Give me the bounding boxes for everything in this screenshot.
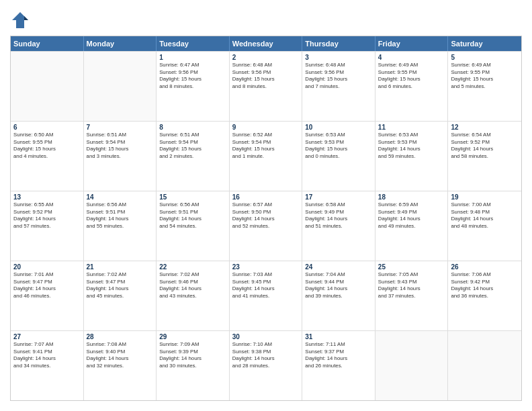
- cell-info: Sunrise: 6:47 AM Sunset: 9:56 PM Dayligh…: [159, 62, 226, 90]
- calendar-cell: 6Sunrise: 6:50 AM Sunset: 9:55 PM Daylig…: [11, 122, 84, 191]
- cell-day-number: 29: [159, 333, 226, 340]
- cell-info: Sunrise: 7:02 AM Sunset: 9:47 PM Dayligh…: [87, 271, 154, 300]
- cell-day-number: 10: [305, 124, 372, 131]
- cell-info: Sunrise: 7:01 AM Sunset: 9:47 PM Dayligh…: [13, 271, 81, 300]
- cell-info: Sunrise: 6:56 AM Sunset: 9:51 PM Dayligh…: [159, 201, 226, 230]
- calendar-cell: 28Sunrise: 7:08 AM Sunset: 9:40 PM Dayli…: [84, 331, 157, 400]
- cell-day-number: 20: [13, 263, 81, 271]
- calendar-cell: 8Sunrise: 6:51 AM Sunset: 9:54 PM Daylig…: [157, 122, 230, 191]
- calendar-cell: 13Sunrise: 6:55 AM Sunset: 9:52 PM Dayli…: [11, 191, 84, 261]
- cell-day-number: 17: [305, 193, 372, 201]
- cell-day-number: 12: [451, 124, 519, 131]
- calendar-row: 6Sunrise: 6:50 AM Sunset: 9:55 PM Daylig…: [11, 121, 521, 191]
- cell-day-number: 15: [159, 193, 226, 201]
- cell-info: Sunrise: 7:07 AM Sunset: 9:41 PM Dayligh…: [13, 341, 81, 369]
- cell-day-number: 19: [451, 193, 519, 201]
- cell-info: Sunrise: 6:49 AM Sunset: 9:55 PM Dayligh…: [451, 62, 519, 90]
- cell-info: Sunrise: 6:51 AM Sunset: 9:54 PM Dayligh…: [87, 132, 154, 160]
- weekday-header: Tuesday: [157, 36, 230, 51]
- calendar-cell: 16Sunrise: 6:57 AM Sunset: 9:50 PM Dayli…: [230, 191, 303, 261]
- cell-info: Sunrise: 6:50 AM Sunset: 9:55 PM Dayligh…: [13, 132, 81, 160]
- calendar-cell: 31Sunrise: 7:11 AM Sunset: 9:37 PM Dayli…: [302, 331, 375, 400]
- cell-day-number: 11: [378, 124, 445, 131]
- cell-day-number: 8: [159, 124, 226, 131]
- page: SundayMondayTuesdayWednesdayThursdayFrid…: [0, 0, 532, 411]
- calendar-cell: 25Sunrise: 7:05 AM Sunset: 9:43 PM Dayli…: [375, 261, 449, 330]
- cell-info: Sunrise: 6:48 AM Sunset: 9:56 PM Dayligh…: [232, 62, 300, 90]
- cell-day-number: 24: [305, 263, 372, 271]
- calendar-cell: 11Sunrise: 6:53 AM Sunset: 9:53 PM Dayli…: [375, 122, 449, 191]
- cell-info: Sunrise: 6:57 AM Sunset: 9:50 PM Dayligh…: [232, 201, 300, 230]
- calendar-row: 27Sunrise: 7:07 AM Sunset: 9:41 PM Dayli…: [11, 330, 521, 400]
- weekday-header: Friday: [375, 36, 449, 51]
- cell-info: Sunrise: 6:54 AM Sunset: 9:52 PM Dayligh…: [451, 132, 519, 160]
- weekday-header: Thursday: [302, 36, 375, 51]
- cell-day-number: 1: [159, 54, 226, 61]
- logo: [10, 10, 33, 30]
- cell-day-number: 22: [159, 263, 226, 271]
- cell-info: Sunrise: 6:58 AM Sunset: 9:49 PM Dayligh…: [305, 201, 372, 230]
- calendar-cell: 23Sunrise: 7:03 AM Sunset: 9:45 PM Dayli…: [230, 261, 303, 330]
- cell-info: Sunrise: 7:10 AM Sunset: 9:38 PM Dayligh…: [232, 341, 300, 369]
- weekday-header: Saturday: [448, 36, 521, 51]
- calendar-cell: 9Sunrise: 6:52 AM Sunset: 9:54 PM Daylig…: [230, 122, 303, 191]
- weekday-header: Monday: [84, 36, 157, 51]
- cell-day-number: 30: [232, 333, 300, 340]
- calendar-cell: 20Sunrise: 7:01 AM Sunset: 9:47 PM Dayli…: [11, 261, 84, 330]
- calendar-cell: 14Sunrise: 6:56 AM Sunset: 9:51 PM Dayli…: [84, 191, 157, 261]
- calendar-cell: 3Sunrise: 6:48 AM Sunset: 9:56 PM Daylig…: [302, 52, 375, 121]
- cell-info: Sunrise: 6:55 AM Sunset: 9:52 PM Dayligh…: [13, 201, 81, 230]
- calendar: SundayMondayTuesdayWednesdayThursdayFrid…: [10, 36, 522, 401]
- cell-info: Sunrise: 7:11 AM Sunset: 9:37 PM Dayligh…: [305, 341, 372, 369]
- calendar-cell: 2Sunrise: 6:48 AM Sunset: 9:56 PM Daylig…: [230, 52, 303, 121]
- cell-day-number: 4: [378, 54, 445, 61]
- cell-day-number: 9: [232, 124, 300, 131]
- calendar-cell: [375, 331, 449, 400]
- cell-info: Sunrise: 6:53 AM Sunset: 9:53 PM Dayligh…: [305, 132, 372, 160]
- calendar-cell: 29Sunrise: 7:09 AM Sunset: 9:39 PM Dayli…: [157, 331, 230, 400]
- cell-info: Sunrise: 6:59 AM Sunset: 9:49 PM Dayligh…: [378, 201, 445, 230]
- calendar-cell: 12Sunrise: 6:54 AM Sunset: 9:52 PM Dayli…: [448, 122, 521, 191]
- calendar-cell: 10Sunrise: 6:53 AM Sunset: 9:53 PM Dayli…: [302, 122, 375, 191]
- cell-day-number: 14: [87, 193, 154, 201]
- calendar-cell: 4Sunrise: 6:49 AM Sunset: 9:55 PM Daylig…: [375, 52, 449, 121]
- cell-day-number: 16: [232, 193, 300, 201]
- calendar-cell: [84, 52, 157, 121]
- cell-info: Sunrise: 6:56 AM Sunset: 9:51 PM Dayligh…: [87, 201, 154, 230]
- cell-info: Sunrise: 7:05 AM Sunset: 9:43 PM Dayligh…: [378, 271, 445, 300]
- calendar-body: 1Sunrise: 6:47 AM Sunset: 9:56 PM Daylig…: [11, 51, 521, 400]
- cell-day-number: 28: [87, 333, 154, 340]
- calendar-cell: 22Sunrise: 7:02 AM Sunset: 9:46 PM Dayli…: [157, 261, 230, 330]
- calendar-header: SundayMondayTuesdayWednesdayThursdayFrid…: [11, 36, 521, 51]
- cell-info: Sunrise: 6:49 AM Sunset: 9:55 PM Dayligh…: [378, 62, 445, 90]
- calendar-cell: 1Sunrise: 6:47 AM Sunset: 9:56 PM Daylig…: [157, 52, 230, 121]
- cell-info: Sunrise: 7:04 AM Sunset: 9:44 PM Dayligh…: [305, 271, 372, 300]
- cell-day-number: 6: [13, 124, 81, 131]
- cell-day-number: 13: [13, 193, 81, 201]
- calendar-cell: 15Sunrise: 6:56 AM Sunset: 9:51 PM Dayli…: [157, 191, 230, 261]
- cell-info: Sunrise: 7:09 AM Sunset: 9:39 PM Dayligh…: [159, 341, 226, 369]
- calendar-cell: 18Sunrise: 6:59 AM Sunset: 9:49 PM Dayli…: [375, 191, 449, 261]
- cell-day-number: 5: [451, 54, 519, 61]
- cell-day-number: 26: [451, 263, 519, 271]
- cell-info: Sunrise: 7:02 AM Sunset: 9:46 PM Dayligh…: [159, 271, 226, 300]
- calendar-row: 13Sunrise: 6:55 AM Sunset: 9:52 PM Dayli…: [11, 191, 521, 261]
- weekday-header: Wednesday: [230, 36, 303, 51]
- cell-info: Sunrise: 6:53 AM Sunset: 9:53 PM Dayligh…: [378, 132, 445, 160]
- cell-day-number: 3: [305, 54, 372, 61]
- cell-day-number: 27: [13, 333, 81, 340]
- calendar-cell: 27Sunrise: 7:07 AM Sunset: 9:41 PM Dayli…: [11, 331, 84, 400]
- cell-info: Sunrise: 7:03 AM Sunset: 9:45 PM Dayligh…: [232, 271, 300, 300]
- weekday-header: Sunday: [11, 36, 84, 51]
- cell-info: Sunrise: 6:48 AM Sunset: 9:56 PM Dayligh…: [305, 62, 372, 90]
- cell-info: Sunrise: 6:51 AM Sunset: 9:54 PM Dayligh…: [159, 132, 226, 160]
- calendar-cell: 17Sunrise: 6:58 AM Sunset: 9:49 PM Dayli…: [302, 191, 375, 261]
- cell-day-number: 2: [232, 54, 300, 61]
- logo-icon: [10, 10, 30, 30]
- cell-info: Sunrise: 7:00 AM Sunset: 9:48 PM Dayligh…: [451, 201, 519, 230]
- calendar-row: 1Sunrise: 6:47 AM Sunset: 9:56 PM Daylig…: [11, 51, 521, 121]
- calendar-cell: 19Sunrise: 7:00 AM Sunset: 9:48 PM Dayli…: [448, 191, 521, 261]
- calendar-cell: [448, 331, 521, 400]
- cell-day-number: 23: [232, 263, 300, 271]
- calendar-cell: 7Sunrise: 6:51 AM Sunset: 9:54 PM Daylig…: [84, 122, 157, 191]
